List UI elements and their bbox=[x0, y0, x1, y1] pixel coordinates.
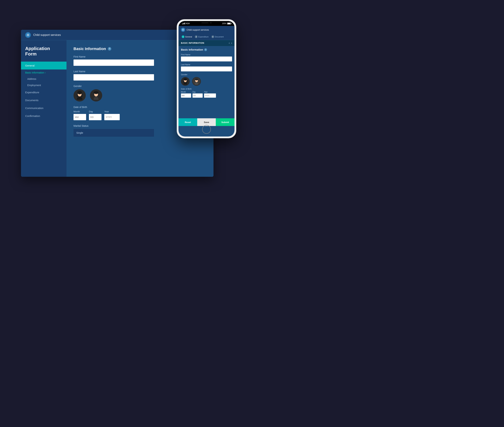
phone-dob-day-input[interactable] bbox=[192, 93, 203, 98]
marital-status-dropdown[interactable]: Single bbox=[74, 129, 154, 137]
svg-point-17 bbox=[183, 78, 187, 81]
phone-dob-title: Date of Birth bbox=[181, 88, 232, 90]
notch-camera bbox=[210, 22, 212, 23]
phone-tab-documents-num: 3 bbox=[211, 35, 214, 38]
last-name-input[interactable] bbox=[74, 74, 154, 81]
phone-gender-group: Gender bbox=[181, 74, 232, 86]
nav-arrow-left[interactable]: ‹ bbox=[229, 41, 229, 45]
phone-tab-general-label: General bbox=[185, 36, 192, 38]
phone-dob-year-group: Year bbox=[204, 91, 216, 98]
sidebar-item-employment[interactable]: Employment bbox=[21, 82, 67, 88]
first-name-input[interactable] bbox=[74, 60, 154, 66]
sidebar-item-basic-info[interactable]: Basic Information › bbox=[21, 69, 67, 76]
notch-speaker bbox=[201, 23, 208, 23]
phone-tab-general[interactable]: 1 General bbox=[180, 35, 193, 39]
phone-dob-section: Date of Birth Month Day Year bbox=[181, 88, 232, 98]
battery-fill bbox=[228, 23, 230, 24]
marital-status-value: Single bbox=[76, 131, 83, 134]
sidebar: Application Form General Basic Informati… bbox=[21, 40, 67, 177]
signal-bar-4 bbox=[185, 23, 185, 24]
signal-bar-2 bbox=[183, 23, 183, 24]
status-right: 100% bbox=[222, 23, 231, 24]
phone-tab-documents[interactable]: 3 Document bbox=[210, 35, 225, 39]
phone-dob-year-label: Year bbox=[204, 91, 216, 93]
phone-section-title: BASIC INFORMATION bbox=[181, 42, 204, 44]
phone-form-section-title: Basic Information ? bbox=[181, 48, 232, 51]
phone-gender-row bbox=[181, 77, 232, 86]
signal-bars bbox=[182, 23, 185, 24]
help-icon[interactable]: ? bbox=[108, 47, 111, 51]
gender-male-avatar[interactable] bbox=[90, 89, 102, 101]
phone-submit-button[interactable]: Submit bbox=[216, 118, 235, 126]
dob-month-group: Month bbox=[74, 110, 86, 120]
phone-dob-day-label: Day bbox=[192, 91, 203, 93]
sidebar-nav: General Basic Information › Address Empl… bbox=[21, 61, 67, 120]
phone-last-name-input[interactable] bbox=[181, 67, 232, 71]
phone-dob-row: Month Day Year bbox=[181, 91, 232, 98]
phone-tab-general-num: 1 bbox=[182, 35, 184, 38]
phone-reset-button[interactable]: Reset bbox=[178, 118, 197, 126]
app-form-title: Application Form bbox=[21, 46, 67, 61]
phone-tabs: 1 General 2 Expenditure 3 Document bbox=[178, 34, 235, 40]
basic-info-heading: Basic Information bbox=[74, 46, 106, 51]
phone-app-title: Child support services bbox=[187, 29, 209, 31]
phone-tab-expenditure-num: 2 bbox=[195, 35, 198, 38]
sidebar-item-general[interactable]: General bbox=[21, 61, 67, 69]
sidebar-item-expenditure[interactable]: Expenditure bbox=[21, 88, 67, 96]
phone-tab-expenditure-label: Expenditure bbox=[198, 36, 209, 38]
app-header-title: Child support services bbox=[33, 33, 61, 37]
svg-point-20 bbox=[195, 78, 199, 80]
sidebar-item-confirmation[interactable]: Confirmation bbox=[21, 112, 67, 120]
phone-gender-female[interactable] bbox=[181, 77, 190, 86]
phone-home-indicator[interactable] bbox=[202, 125, 211, 134]
phone-last-name-label: Last Name bbox=[181, 63, 232, 66]
phone-dob-month-label: Month bbox=[181, 91, 191, 93]
phone-dob-year-input[interactable] bbox=[204, 93, 216, 98]
phone-dob-month-group: Month bbox=[181, 91, 191, 98]
dob-year-input[interactable] bbox=[104, 114, 120, 120]
svg-point-12 bbox=[94, 91, 99, 94]
phone-gender-label: Gender bbox=[181, 74, 232, 76]
battery-percentage: 100% bbox=[222, 23, 226, 24]
phone-first-name-input[interactable] bbox=[181, 57, 232, 61]
phone-dob-day-group: Day bbox=[192, 91, 203, 98]
sidebar-item-communication[interactable]: Communication bbox=[21, 104, 67, 112]
dob-month-label: Month bbox=[74, 110, 86, 113]
dob-year-label: Year bbox=[104, 110, 120, 113]
dob-year-group: Year bbox=[104, 110, 120, 120]
battery-icon bbox=[227, 23, 231, 24]
phone-inner: AEM 9:00 AM 100% bbox=[178, 21, 235, 137]
phone-basic-info-title: Basic Information bbox=[181, 48, 203, 51]
phone-notch bbox=[196, 21, 217, 24]
dob-day-input[interactable] bbox=[89, 114, 101, 120]
phone-form: Basic Information ? First Name Last Name… bbox=[178, 46, 235, 130]
dob-day-group: Day bbox=[89, 110, 101, 120]
svg-point-14 bbox=[183, 29, 183, 30]
sidebar-item-address[interactable]: Address bbox=[21, 76, 67, 82]
sidebar-item-documents[interactable]: Documents bbox=[21, 96, 67, 104]
svg-point-1 bbox=[28, 34, 29, 35]
carrier-name: AEM bbox=[186, 23, 190, 24]
gender-female-avatar[interactable] bbox=[74, 89, 86, 101]
phone-gender-male[interactable] bbox=[192, 77, 201, 86]
dob-day-label: Day bbox=[89, 110, 101, 113]
phone-dob-month-input[interactable] bbox=[181, 93, 191, 98]
phone-tab-documents-label: Document bbox=[215, 36, 224, 38]
signal-bar-3 bbox=[184, 23, 184, 24]
phone-section-header: BASIC INFORMATION ‹ › bbox=[178, 40, 235, 46]
status-carrier: AEM bbox=[182, 23, 190, 24]
phone-app-header: Child support services bbox=[178, 26, 235, 34]
nav-arrow-right[interactable]: › bbox=[231, 41, 232, 45]
svg-point-9 bbox=[77, 91, 82, 94]
battery-tip bbox=[231, 23, 231, 24]
phone-help-icon[interactable]: ? bbox=[204, 48, 207, 51]
phone-device: AEM 9:00 AM 100% bbox=[177, 19, 236, 138]
signal-bar-1 bbox=[182, 24, 183, 24]
phone-app-logo bbox=[181, 28, 185, 32]
nav-arrows: ‹ › bbox=[229, 41, 232, 45]
phone-first-name-label: First Name bbox=[181, 53, 232, 56]
dob-month-input[interactable] bbox=[74, 114, 86, 120]
phone-tab-expenditure[interactable]: 2 Expenditure bbox=[193, 35, 210, 39]
app-logo bbox=[25, 32, 31, 38]
